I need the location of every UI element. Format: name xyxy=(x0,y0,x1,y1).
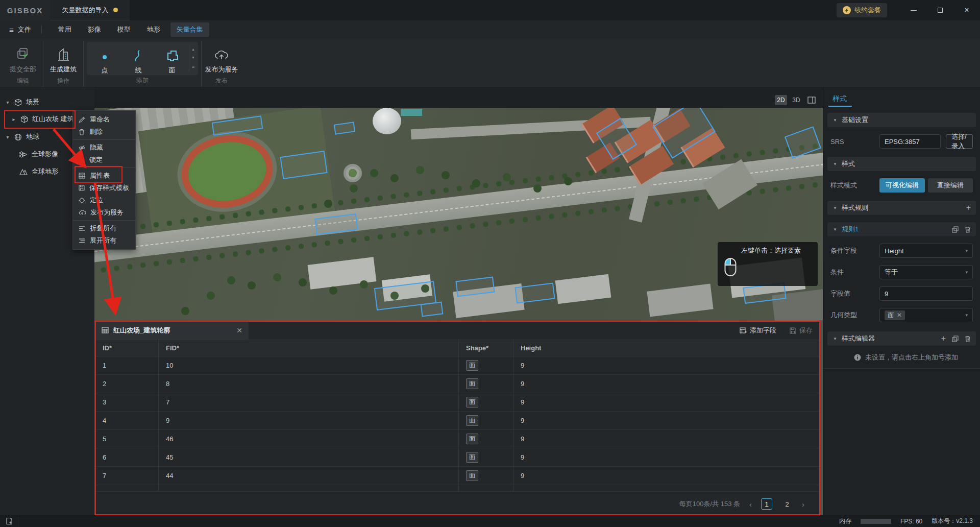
tree-item-earth-label: 地球 xyxy=(26,132,39,141)
chevron-down-icon: ▾ xyxy=(965,270,968,275)
table-row[interactable]: 110面9 xyxy=(95,356,820,375)
tree-item-scene[interactable]: ▾ 场景 xyxy=(0,94,94,110)
publish-service-button[interactable]: 发布为服务 xyxy=(205,41,238,74)
table-row[interactable]: 37面9 xyxy=(95,393,820,412)
trash-icon xyxy=(79,129,85,135)
layer-context-menu: 重命名 删除 隐藏 锁定 属性表 保存样式模板 xyxy=(72,110,136,250)
menu-item-save-style-template[interactable]: 保存样式模板 xyxy=(73,182,135,194)
maximize-button[interactable] xyxy=(927,0,953,20)
condition-select[interactable]: 等于▾ xyxy=(879,265,973,279)
close-icon: × xyxy=(964,6,969,14)
add-style-icon[interactable]: + xyxy=(941,334,946,343)
attribute-table-panel: 红山农场_建筑轮廓 ✕ 添加字段 保存 xyxy=(95,321,820,514)
menu-item-collapse-all[interactable]: 折叠所有 xyxy=(73,222,135,234)
renew-plan-button[interactable]: 续约套餐 xyxy=(837,3,887,17)
add-rule-icon[interactable]: + xyxy=(966,203,971,212)
terrain-mountain-icon xyxy=(19,168,28,176)
view-3d-button[interactable]: 3D xyxy=(790,95,802,105)
file-menu[interactable]: 文件 xyxy=(18,25,31,34)
minimize-button[interactable] xyxy=(900,0,927,20)
section-style-editor[interactable]: ▾ 样式编辑器 + xyxy=(827,331,976,346)
section-style-rules[interactable]: ▾ 样式规则 + xyxy=(827,201,976,215)
copy-style-icon[interactable] xyxy=(952,336,959,342)
ribbon-group-publish: 发布为服务 发布 xyxy=(202,41,241,87)
map-hint-text: 左键单击：选择要素 xyxy=(741,246,813,255)
view-2d-button[interactable]: 2D xyxy=(775,95,787,105)
scene-cube-icon xyxy=(14,99,22,106)
document-tab[interactable]: 矢量数据的导入 xyxy=(50,0,130,20)
caret-right-icon[interactable]: ▸ xyxy=(11,116,16,122)
table-row[interactable]: 546面9 xyxy=(95,430,820,448)
caret-down-icon[interactable]: ▾ xyxy=(5,134,10,140)
save-table-button[interactable]: 保存 xyxy=(790,326,813,335)
field-value-label: 字段值 xyxy=(830,289,879,298)
style-tab[interactable]: 样式 xyxy=(832,94,847,104)
spinner-up-icon[interactable]: ▲ xyxy=(191,47,195,51)
tab-imagery[interactable]: 影像 xyxy=(82,22,107,37)
table-row[interactable]: 645面9 xyxy=(95,448,820,467)
menu-item-lock[interactable]: 锁定 xyxy=(73,154,135,166)
menu-item-attribute-table[interactable]: 属性表 xyxy=(73,170,135,182)
add-field-button[interactable]: 添加字段 xyxy=(740,326,776,335)
section-style[interactable]: ▾ 样式 xyxy=(827,157,976,171)
map-roundabout xyxy=(344,164,362,182)
srs-input[interactable]: EPSG:3857 xyxy=(879,134,941,149)
delete-style-icon[interactable] xyxy=(965,336,971,342)
field-value-input[interactable]: 9 xyxy=(879,286,973,301)
condition-field-select[interactable]: Height▾ xyxy=(879,244,973,258)
menu-item-hide[interactable]: 隐藏 xyxy=(73,141,135,154)
rule-1-header[interactable]: ▾ 规则1 xyxy=(827,222,976,236)
document-tab-label: 矢量数据的导入 xyxy=(62,6,109,15)
page-1-button[interactable]: 1 xyxy=(761,498,772,510)
spinner-down-icon[interactable]: ▼ xyxy=(191,56,195,59)
shape-type-tag: 面 xyxy=(466,397,478,408)
menu-item-expand-all[interactable]: 展开所有 xyxy=(73,234,135,247)
column-header-height[interactable]: Height xyxy=(513,340,820,356)
column-header-id[interactable]: ID* xyxy=(95,340,159,356)
table-row[interactable]: 744面9 xyxy=(95,467,820,485)
direct-edit-button[interactable]: 直接编辑 xyxy=(928,178,973,193)
menu-item-locate[interactable]: 定位 xyxy=(73,194,135,206)
visual-edit-button[interactable]: 可视化编辑 xyxy=(879,178,925,193)
column-header-fid[interactable]: FID* xyxy=(159,340,459,356)
selected-feature-outline[interactable] xyxy=(421,302,444,317)
window-controls: × xyxy=(900,0,980,20)
table-close-icon[interactable]: ✕ xyxy=(236,326,242,334)
page-2-button[interactable]: 2 xyxy=(781,498,793,510)
srs-select-button[interactable]: 选择/录入 xyxy=(946,134,973,149)
table-row[interactable]: 49面9 xyxy=(95,412,820,430)
publish-service-label: 发布为服务 xyxy=(205,65,238,74)
map-viewport[interactable]: 2D 3D xyxy=(94,87,823,515)
tab-vector-collection[interactable]: 矢量合集 xyxy=(170,22,209,37)
submit-all-button[interactable]: 提交全部 xyxy=(6,41,40,74)
copy-rule-icon[interactable] xyxy=(952,226,959,233)
menu-item-rename[interactable]: 重命名 xyxy=(73,113,135,126)
delete-rule-icon[interactable] xyxy=(965,226,971,233)
tab-terrain[interactable]: 地形 xyxy=(141,22,166,37)
add-polygon-button[interactable]: 面 xyxy=(155,42,189,75)
column-header-shape[interactable]: Shape* xyxy=(459,340,513,356)
split-view-icon[interactable] xyxy=(805,95,818,105)
geometry-type-select[interactable]: 面✕ ▾ xyxy=(879,308,973,322)
close-button[interactable]: × xyxy=(953,0,980,20)
line-icon xyxy=(132,46,144,62)
shape-type-tag: 面 xyxy=(466,415,478,426)
table-row[interactable]: 28面9 xyxy=(95,375,820,393)
generate-building-button[interactable]: 生成建筑 xyxy=(46,41,80,74)
add-point-button[interactable]: 点 xyxy=(88,42,121,75)
tab-common[interactable]: 常用 xyxy=(52,22,78,37)
remove-tag-icon[interactable]: ✕ xyxy=(897,312,902,319)
caret-down-icon[interactable]: ▾ xyxy=(5,100,10,105)
next-page-icon[interactable]: › xyxy=(802,500,804,509)
add-line-button[interactable]: 线 xyxy=(121,42,155,75)
tab-model[interactable]: 模型 xyxy=(111,22,137,37)
menu-item-publish-service[interactable]: 发布为服务 xyxy=(73,206,135,219)
console-button[interactable] xyxy=(0,515,18,527)
table-tab[interactable]: 红山农场_建筑轮廓 ✕ xyxy=(95,321,249,340)
section-basic-settings[interactable]: ▾ 基础设置 xyxy=(827,113,976,127)
prev-page-icon[interactable]: ‹ xyxy=(749,500,752,509)
spinner-more-icon[interactable]: ≡ xyxy=(192,64,194,69)
add-geometry-spinner[interactable]: ▲ ▼ ≡ xyxy=(189,45,197,72)
menu-item-delete[interactable]: 删除 xyxy=(73,126,135,138)
selected-feature-outline[interactable] xyxy=(334,122,355,134)
